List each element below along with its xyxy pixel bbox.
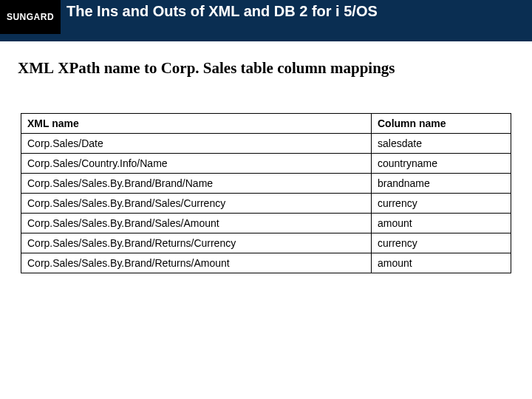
table-row: Corp.Sales/Sales.By.Brand/Brand/Name bra… (21, 174, 511, 194)
cell-column-name: amount (371, 253, 511, 273)
table-row: Corp.Sales/Date salesdate (21, 134, 511, 154)
cell-column-name: currency (371, 233, 511, 253)
cell-xml-name: Corp.Sales/Sales.By.Brand/Sales/Currency (21, 194, 372, 214)
mapping-table: XML name Column name Corp.Sales/Date sal… (21, 113, 511, 273)
logo-text: SUNGARD (7, 12, 54, 22)
cell-column-name: amount (371, 214, 511, 233)
section-title-word: XPath (54, 59, 100, 78)
section-title-word: mappings (327, 59, 395, 78)
section-title-word: name (100, 59, 140, 78)
cell-xml-name: Corp.Sales/Sales.By.Brand/Brand/Name (21, 174, 372, 194)
table-row: Corp.Sales/Sales.By.Brand/Returns/Curren… (21, 233, 511, 253)
cell-column-name: currency (371, 194, 511, 214)
slide-title: The Ins and Outs of XML and DB 2 for i 5… (66, 3, 378, 20)
table-row: Corp.Sales/Sales.By.Brand/Sales/Amount a… (21, 214, 511, 233)
section-title-word: table (236, 59, 273, 78)
table-row: Corp.Sales/Sales.By.Brand/Returns/Amount… (21, 253, 511, 273)
cell-xml-name: Corp.Sales/Sales.By.Brand/Sales/Amount (21, 214, 372, 233)
slide-header: SUNGARD The Ins and Outs of XML and DB 2… (0, 0, 532, 41)
header-column-name: Column name (371, 114, 511, 134)
table-header-row: XML name Column name (21, 114, 511, 134)
cell-xml-name: Corp.Sales/Sales.By.Brand/Returns/Curren… (21, 233, 372, 253)
cell-xml-name: Corp.Sales/Date (21, 134, 372, 154)
slide-content: XML XPath name to Corp. Sales table colu… (0, 41, 532, 273)
section-title: XML XPath name to Corp. Sales table colu… (18, 59, 514, 78)
table-row: Corp.Sales/Sales.By.Brand/Sales/Currency… (21, 194, 511, 214)
header-xml-name: XML name (21, 114, 372, 134)
table-row: Corp.Sales/Country.Info/Name countryname (21, 154, 511, 174)
cell-column-name: salesdate (371, 134, 511, 154)
cell-xml-name: Corp.Sales/Country.Info/Name (21, 154, 372, 174)
section-title-word: column (273, 59, 327, 78)
section-title-word: XML (18, 59, 54, 78)
sungard-logo: SUNGARD (0, 0, 61, 34)
section-title-word: to (140, 59, 157, 78)
cell-xml-name: Corp.Sales/Sales.By.Brand/Returns/Amount (21, 253, 372, 273)
section-title-word: Sales (200, 59, 237, 78)
section-title-word: Corp. (157, 59, 199, 78)
cell-column-name: countryname (371, 154, 511, 174)
cell-column-name: brandname (371, 174, 511, 194)
